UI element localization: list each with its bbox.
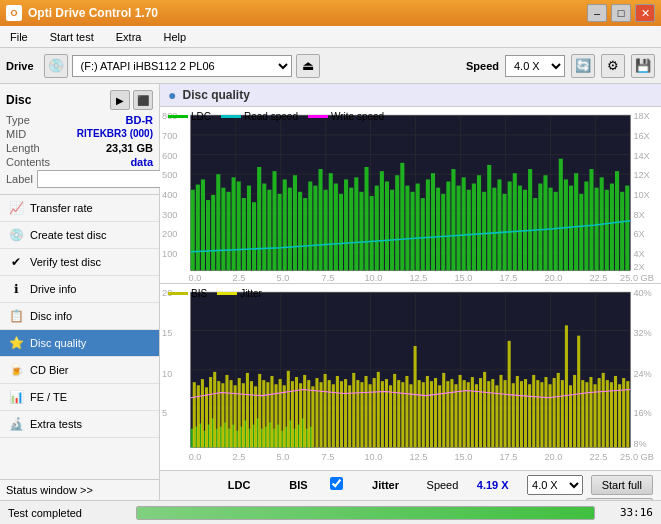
svg-text:20.0: 20.0: [544, 273, 562, 283]
settings-button[interactable]: ⚙: [601, 54, 625, 78]
svg-text:12.5: 12.5: [409, 273, 427, 283]
close-button[interactable]: ✕: [635, 4, 655, 22]
sidebar-item-label-disc-quality: Disc quality: [30, 337, 86, 349]
speed-dropdown[interactable]: 4.0 X: [505, 55, 565, 77]
svg-rect-266: [536, 380, 539, 447]
type-value: BD-R: [126, 114, 154, 126]
avg-label: Avg: [168, 498, 208, 500]
maximize-button[interactable]: □: [611, 4, 631, 22]
svg-rect-287: [622, 378, 625, 447]
app-icon: O: [6, 5, 22, 21]
sidebar-item-drive-info[interactable]: ℹ Drive info: [0, 276, 159, 303]
svg-rect-198: [258, 374, 261, 447]
svg-rect-47: [324, 190, 328, 271]
drive-icon: 💿: [44, 54, 68, 78]
svg-text:15.0: 15.0: [454, 451, 472, 461]
start-full-button[interactable]: Start full: [591, 475, 653, 495]
svg-text:12.5: 12.5: [409, 451, 427, 461]
svg-rect-280: [594, 384, 597, 447]
minimize-button[interactable]: –: [587, 4, 607, 22]
svg-rect-286: [618, 384, 621, 447]
svg-rect-238: [422, 382, 425, 447]
read-speed-legend-label: Read speed: [244, 111, 298, 122]
svg-rect-261: [516, 376, 519, 447]
svg-rect-39: [283, 179, 287, 270]
svg-rect-56: [370, 196, 374, 270]
menu-file[interactable]: File: [4, 29, 34, 45]
svg-rect-93: [559, 159, 563, 271]
svg-rect-254: [487, 381, 490, 447]
menu-extra[interactable]: Extra: [110, 29, 148, 45]
svg-rect-186: [209, 377, 212, 447]
menu-help[interactable]: Help: [157, 29, 192, 45]
svg-rect-244: [446, 381, 449, 447]
svg-rect-272: [561, 380, 564, 447]
drive-dropdown[interactable]: (F:) ATAPI iHBS112 2 PL06: [72, 55, 292, 77]
svg-rect-236: [414, 346, 417, 447]
svg-text:24%: 24%: [633, 369, 651, 379]
main-area: Disc ▶ ⬛ Type BD-R MID RITEKBR3 (000) Le…: [0, 84, 661, 500]
svg-text:0.0: 0.0: [189, 273, 202, 283]
speed-select[interactable]: 4.0 X: [527, 475, 583, 495]
svg-rect-220: [348, 385, 351, 447]
ldc-col-header: LDC: [209, 479, 269, 491]
svg-rect-243: [442, 373, 445, 447]
svg-rect-58: [380, 171, 384, 270]
svg-rect-60: [390, 190, 394, 271]
svg-rect-89: [538, 184, 542, 271]
sidebar-item-cd-bier[interactable]: 🍺 CD Bier: [0, 357, 159, 384]
svg-rect-247: [459, 375, 462, 447]
svg-rect-55: [364, 167, 368, 270]
sidebar-item-extra-tests[interactable]: 🔬 Extra tests: [0, 411, 159, 438]
svg-rect-45: [313, 186, 317, 271]
disc-btn-1[interactable]: ▶: [110, 90, 130, 110]
chart1-legend: LDC Read speed Write speed: [168, 111, 384, 122]
drive-label: Drive: [6, 60, 34, 72]
svg-rect-265: [532, 375, 535, 447]
svg-text:5.0: 5.0: [277, 451, 290, 461]
title-bar: O Opti Drive Control 1.70 – □ ✕: [0, 0, 661, 26]
svg-rect-230: [389, 385, 392, 447]
sidebar-item-transfer-rate[interactable]: 📈 Transfer rate: [0, 195, 159, 222]
svg-text:18X: 18X: [633, 111, 649, 121]
menu-start-test[interactable]: Start test: [44, 29, 100, 45]
svg-rect-285: [614, 376, 617, 447]
svg-rect-224: [364, 376, 367, 447]
svg-text:5.0: 5.0: [277, 273, 290, 283]
svg-rect-271: [557, 373, 560, 447]
drive-info-icon: ℹ: [8, 281, 24, 297]
sidebar-item-fe-te[interactable]: 📊 FE / TE: [0, 384, 159, 411]
svg-rect-217: [336, 376, 339, 447]
svg-rect-85: [518, 186, 522, 271]
sidebar-item-disc-info[interactable]: 📋 Disc info: [0, 303, 159, 330]
svg-rect-258: [504, 380, 507, 447]
svg-rect-59: [385, 181, 389, 270]
eject-button[interactable]: ⏏: [296, 54, 320, 78]
sidebar-item-verify-test-disc[interactable]: ✔ Verify test disc: [0, 249, 159, 276]
svg-rect-269: [549, 384, 552, 447]
label-input[interactable]: [37, 170, 170, 188]
disc-btn-2[interactable]: ⬛: [133, 90, 153, 110]
mid-value: RITEKBR3 (000): [77, 128, 153, 140]
sidebar-item-disc-quality[interactable]: ⭐ Disc quality: [0, 330, 159, 357]
svg-text:14X: 14X: [633, 151, 649, 161]
svg-rect-191: [230, 380, 233, 447]
svg-rect-105: [620, 192, 624, 271]
content-area: ● Disc quality LDC Read speed: [160, 84, 661, 500]
svg-rect-196: [250, 381, 253, 447]
verify-test-disc-icon: ✔: [8, 254, 24, 270]
jitter-checkbox[interactable]: [330, 477, 343, 490]
refresh-button[interactable]: 🔄: [571, 54, 595, 78]
svg-text:12X: 12X: [633, 170, 649, 180]
svg-rect-222: [356, 380, 359, 447]
svg-rect-61: [395, 175, 399, 270]
svg-rect-26: [216, 174, 220, 270]
svg-rect-246: [454, 384, 457, 447]
status-window-button[interactable]: Status window >>: [0, 479, 159, 500]
sidebar-item-create-test-disc[interactable]: 💿 Create test disc: [0, 222, 159, 249]
start-part-button[interactable]: Start part: [586, 498, 653, 500]
svg-text:40%: 40%: [633, 288, 651, 298]
svg-rect-99: [589, 169, 593, 270]
app-icon-text: O: [10, 8, 17, 18]
save-button[interactable]: 💾: [631, 54, 655, 78]
